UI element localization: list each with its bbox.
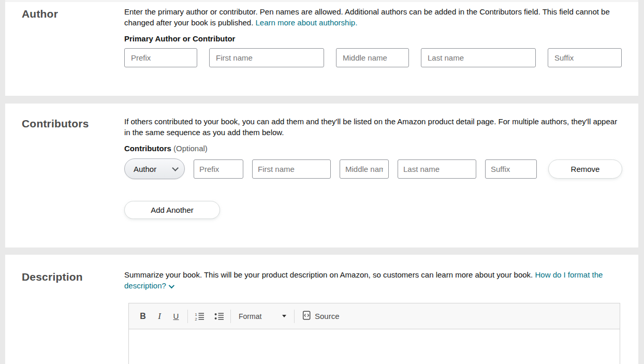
- underline-button[interactable]: U: [169, 309, 183, 324]
- contributors-description: If others contributed to your book, you …: [124, 116, 623, 138]
- contributors-label: Contributors (Optional): [124, 143, 623, 154]
- source-button[interactable]: Source: [299, 309, 343, 324]
- author-description: Enter the primary author or contributor.…: [124, 6, 623, 28]
- caret-down-icon: [282, 315, 286, 317]
- contributor-suffix-input[interactable]: [485, 159, 537, 179]
- contributors-section: Contributors If others contributed to yo…: [5, 104, 638, 247]
- contributor-row: Author Remove: [124, 158, 623, 179]
- toolbar-separator: [294, 310, 295, 323]
- description-section-title: Description: [22, 270, 124, 284]
- author-section: Author Enter the primary author or contr…: [5, 2, 638, 96]
- chevron-down-icon: [172, 165, 179, 171]
- description-section: Description Summarize your book. This wi…: [5, 255, 638, 364]
- description-help-text-main: Summarize your book. This will be your p…: [124, 270, 535, 279]
- italic-button[interactable]: I: [153, 309, 166, 324]
- numbered-list-icon[interactable]: 1 2: [193, 309, 206, 324]
- description-section-side: Description: [22, 269, 124, 364]
- bold-button[interactable]: B: [136, 309, 150, 324]
- source-code-icon: [302, 311, 311, 322]
- remove-contributor-button[interactable]: Remove: [548, 159, 622, 179]
- contributor-middle-name-input[interactable]: [340, 159, 389, 179]
- format-dropdown[interactable]: Format: [236, 309, 289, 324]
- svg-text:2: 2: [195, 316, 197, 321]
- contributor-role-select[interactable]: Author: [124, 158, 185, 179]
- add-another-contributor-button[interactable]: Add Another: [124, 201, 220, 219]
- primary-author-fields-row: [124, 48, 623, 67]
- author-last-name-input[interactable]: [421, 48, 536, 67]
- author-suffix-input[interactable]: [548, 48, 622, 67]
- bulleted-list-icon[interactable]: [212, 309, 226, 324]
- svg-text:1: 1: [195, 312, 197, 316]
- author-description-text: Enter the primary author or contributor.…: [124, 7, 610, 27]
- primary-author-label: Primary Author or Contributor: [124, 33, 623, 44]
- editor-toolbar: B I U 1 2: [129, 303, 620, 329]
- toolbar-separator: [187, 310, 188, 323]
- kdp-book-details-page: Author Enter the primary author or contr…: [0, 0, 644, 364]
- contributors-label-text: Contributors: [124, 144, 171, 153]
- chevron-down-icon[interactable]: [169, 280, 173, 291]
- author-section-title: Author: [22, 7, 124, 21]
- contributors-section-content: If others contributed to your book, you …: [124, 116, 623, 247]
- contributor-role-value: Author: [134, 165, 156, 173]
- contributor-last-name-input[interactable]: [398, 159, 476, 179]
- contributor-first-name-input[interactable]: [252, 159, 331, 179]
- contributors-optional-text: (Optional): [173, 144, 208, 153]
- author-section-side: Author: [22, 6, 124, 96]
- toolbar-separator: [230, 310, 231, 323]
- contributors-section-side: Contributors: [22, 116, 124, 247]
- description-rich-text-editor: B I U 1 2: [128, 303, 620, 364]
- format-dropdown-label: Format: [239, 312, 261, 321]
- contributor-prefix-input[interactable]: [194, 159, 243, 179]
- author-first-name-input[interactable]: [209, 48, 324, 67]
- source-button-label: Source: [315, 312, 340, 321]
- contributors-section-title: Contributors: [22, 117, 124, 130]
- author-section-content: Enter the primary author or contributor.…: [124, 6, 623, 96]
- learn-more-authorship-link[interactable]: Learn more about authorship.: [256, 18, 358, 27]
- description-section-content: Summarize your book. This will be your p…: [124, 269, 623, 364]
- description-editor-content[interactable]: [129, 329, 620, 364]
- description-help-text: Summarize your book. This will be your p…: [124, 269, 623, 291]
- author-middle-name-input[interactable]: [336, 48, 409, 67]
- author-prefix-input[interactable]: [124, 48, 197, 67]
